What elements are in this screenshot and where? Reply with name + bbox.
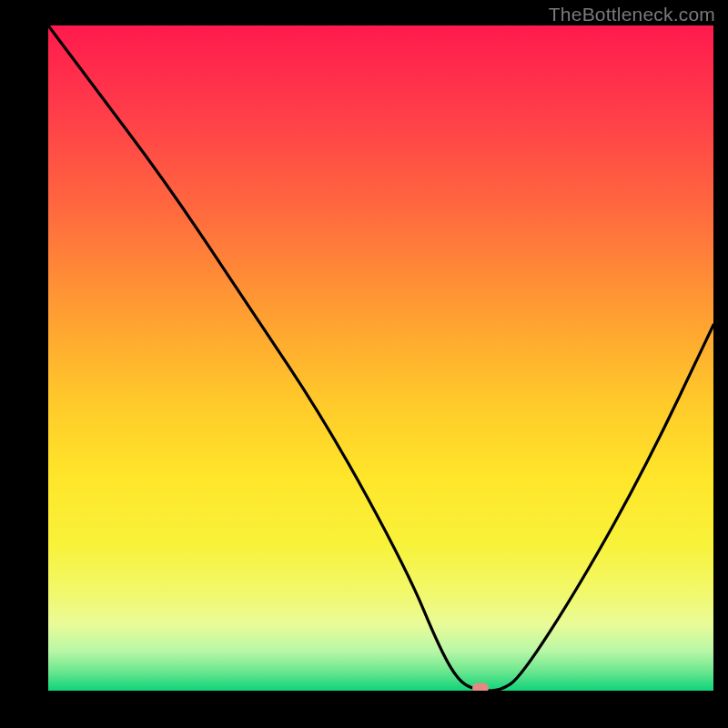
watermark-text: TheBottleneck.com: [549, 4, 715, 25]
plot-area: [48, 25, 713, 691]
bottleneck-curve: [48, 25, 713, 691]
chart-frame: TheBottleneck.com: [0, 0, 728, 728]
optimal-marker: [472, 683, 489, 692]
